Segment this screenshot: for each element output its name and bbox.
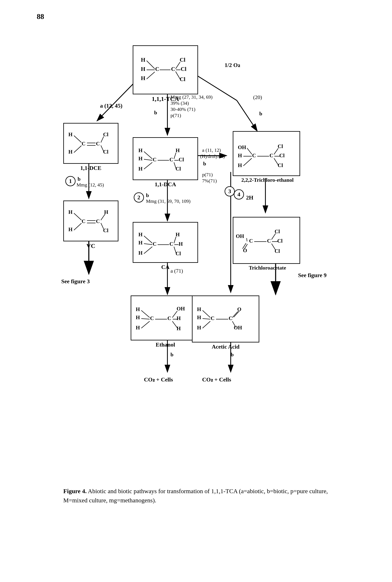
svg-text:Cl: Cl [179, 157, 184, 162]
svg-text:C: C [82, 218, 86, 224]
svg-text:H: H [136, 306, 140, 312]
svg-line-22 [146, 72, 155, 79]
svg-text:H: H [138, 232, 142, 238]
b-o2-label: b [259, 111, 262, 117]
svg-text:H: H [68, 226, 72, 232]
svg-text:H: H [179, 241, 183, 247]
svg-line-128 [272, 244, 276, 250]
b-dca-label: b [146, 192, 149, 198]
b-dce-label: b [78, 176, 80, 182]
svg-text:C: C [270, 152, 274, 158]
CA-structure: H H H C C H H Cl [135, 224, 196, 262]
Ethanol-structure: H H H C C OH H H [133, 297, 198, 339]
svg-text:C: C [96, 218, 100, 224]
svg-line-112 [274, 148, 278, 154]
p71b-label: p(71) [202, 172, 213, 178]
svg-text:H: H [68, 149, 72, 155]
pct39-label: 39% (34) [170, 100, 189, 106]
DCE-box: H H C C Cl Cl [63, 123, 118, 164]
DCA-structure: H H H C C H Cl Cl [135, 139, 196, 179]
AceticAcid-structure: H H H C C O OH [194, 297, 257, 341]
Trichloroacetate-structure: OH C O C Cl Cl Cl [235, 218, 298, 262]
Trichloroethanol-structure: OH H H C C Cl Cl Cl [235, 133, 298, 174]
figure-container: H H H C C Cl Cl Cl [37, 29, 355, 505]
svg-line-141 [234, 311, 239, 317]
svg-text:Cl: Cl [176, 166, 181, 172]
circle-4: 4 [234, 189, 244, 200]
page-number: 88 [37, 12, 355, 21]
circle-3: 3 [224, 186, 235, 196]
svg-text:C: C [252, 152, 256, 158]
svg-line-10 [237, 100, 257, 131]
svg-line-42 [101, 146, 104, 152]
diagram: H H H C C Cl Cl Cl [53, 29, 339, 478]
a-11-12-label: a (11, 12) [202, 148, 221, 153]
svg-text:Cl: Cl [103, 149, 108, 155]
pct7-71-label: 7%(71) [202, 178, 217, 184]
svg-text:H: H [176, 148, 180, 153]
svg-text:C: C [96, 141, 100, 146]
svg-text:Cl: Cl [180, 76, 186, 82]
svg-line-67 [174, 153, 176, 159]
svg-text:C: C [150, 315, 154, 321]
svg-text:C: C [153, 157, 156, 162]
svg-text:O: O [243, 248, 247, 254]
svg-text:C: C [267, 238, 271, 244]
figure-caption-title: Figure 4. [63, 488, 86, 494]
svg-text:Cl: Cl [176, 250, 181, 256]
svg-text:Cl: Cl [279, 152, 284, 158]
VC-box: H H C C H Cl [63, 200, 118, 242]
svg-text:H: H [68, 209, 72, 215]
circle-2: 2 [134, 192, 144, 202]
svg-line-20 [146, 61, 155, 69]
svg-text:C: C [211, 315, 214, 321]
svg-text:H: H [238, 162, 242, 168]
svg-text:C: C [168, 315, 171, 321]
svg-text:H: H [136, 314, 140, 320]
svg-text:H: H [136, 325, 140, 330]
svg-line-89 [141, 310, 150, 318]
VC-structure: H H C C H Cl [65, 202, 116, 239]
svg-text:H: H [138, 240, 142, 246]
svg-line-114 [274, 158, 278, 165]
svg-line-61 [144, 162, 152, 169]
svg-line-90 [141, 318, 150, 319]
svg-line-134 [202, 318, 210, 319]
DCE-structure: H H C C Cl Cl [65, 125, 116, 162]
Trichloroacetate-label: Trichloroacetate [224, 265, 310, 271]
Trichloroacetate-box: OH C O C Cl Cl Cl [233, 217, 300, 264]
Trichloroethanol-label: 2,2,2-Trichloro-ethanol [224, 177, 310, 183]
twoH-label: 2H [246, 194, 253, 201]
svg-text:C: C [82, 141, 86, 146]
svg-text:Cl: Cl [181, 66, 186, 72]
svg-line-120 [247, 238, 247, 242]
Ethanol-label: Ethanol [131, 342, 200, 348]
svg-text:H: H [176, 232, 180, 238]
svg-line-51 [74, 213, 82, 220]
svg-line-53 [101, 214, 105, 220]
svg-text:H: H [141, 66, 145, 72]
svg-line-39 [74, 136, 82, 142]
DCA-label: 1,1-DCA [133, 181, 198, 188]
svg-text:OH: OH [238, 144, 246, 150]
svg-text:C: C [249, 238, 253, 244]
svg-line-54 [101, 223, 104, 229]
svg-text:C: C [170, 241, 173, 247]
figure-caption: Figure 4. Abiotic and biotic pathways fo… [63, 486, 329, 505]
mmg-31-69-label: Mmg (31, 69, 70, 109) [146, 198, 190, 204]
svg-line-74 [144, 236, 152, 243]
svg-line-133 [202, 310, 210, 318]
mmg-label: Mmg (27, 31, 34, 69) [170, 94, 212, 100]
svg-line-104 [247, 148, 252, 154]
svg-line-106 [243, 158, 252, 166]
twenty-label: (20) [253, 94, 262, 100]
pct30-label: 30-40% (71) [170, 106, 196, 112]
page: 88 [0, 0, 392, 582]
svg-line-91 [141, 321, 150, 328]
svg-text:Cl: Cl [180, 56, 186, 63]
svg-text:OH: OH [176, 306, 185, 312]
svg-text:C: C [155, 66, 159, 72]
svg-text:C: C [170, 157, 173, 162]
AceticAcid-box: H H H C C O OH [192, 296, 259, 342]
svg-text:H: H [176, 326, 181, 332]
